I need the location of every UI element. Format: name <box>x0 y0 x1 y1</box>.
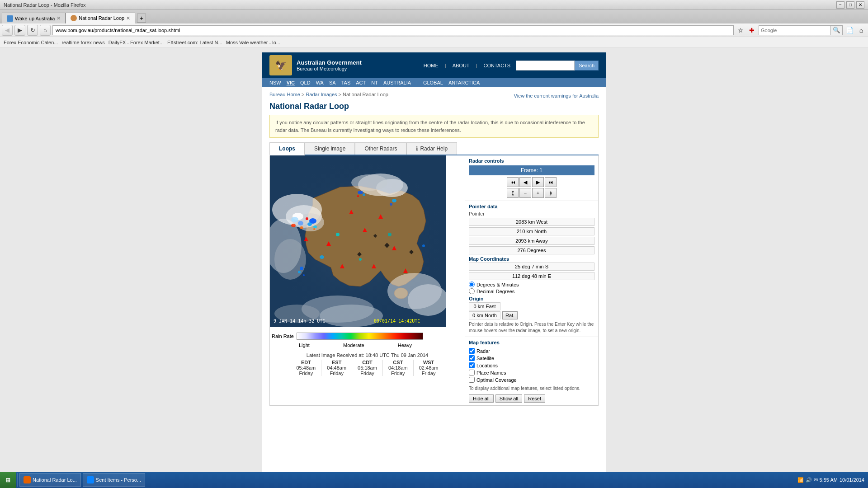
nav-global[interactable]: GLOBAL <box>423 80 443 85</box>
origin-east-row: 0 km East <box>469 302 594 310</box>
maximize-button[interactable]: □ <box>846 1 854 9</box>
svg-point-20 <box>313 228 315 230</box>
forward-button[interactable]: ▶ <box>14 25 25 36</box>
reload-button[interactable]: ↻ <box>27 25 38 36</box>
checkbox-locations-input[interactable] <box>469 362 475 368</box>
tab-wake-up-australia[interactable]: Wake up Australia ✕ <box>2 13 66 23</box>
tz-cdt: CDT 05:18am Friday <box>352 360 383 376</box>
next-frame-button[interactable]: ▶ <box>532 177 544 187</box>
first-frame-button[interactable]: ⏮ <box>507 177 519 187</box>
pointer-field-3: 2093 km Away <box>469 237 594 245</box>
tz-wst: WST 02:48am Friday <box>414 360 444 376</box>
minimize-button[interactable]: − <box>836 1 844 9</box>
nav-nt[interactable]: NT <box>371 80 378 85</box>
bom-search-button[interactable]: Search <box>575 61 599 70</box>
info-icon: ℹ <box>416 145 418 152</box>
google-search-box: 🔍 <box>759 25 843 35</box>
home-button[interactable]: ⌂ <box>40 25 51 36</box>
bookmark-realtime-forex[interactable]: realtime forex news <box>61 40 104 45</box>
reset-button[interactable]: Reset <box>524 394 545 403</box>
svg-point-17 <box>307 222 312 226</box>
radar-controls-section: Radar controls Frame: 1 ⏮ ◀ ▶ ⏭ ⟪ − <box>465 155 598 201</box>
info-box: If you notice any circular patterns or s… <box>269 115 599 138</box>
rain-moderate-label: Moderate <box>343 343 364 348</box>
tab-close-1[interactable]: ✕ <box>57 15 61 21</box>
tab-national-radar-loop[interactable]: National Radar Loop ✕ <box>66 13 135 23</box>
checkbox-satellite-input[interactable] <box>469 355 475 361</box>
address-bar[interactable] <box>52 25 734 35</box>
tab-radar-help[interactable]: ℹ Radar Help <box>406 142 457 155</box>
bom-nav-top: HOME | ABOUT | CONTACTS Search <box>424 61 599 70</box>
radio-decimal-degrees-input[interactable] <box>469 288 475 294</box>
bom-website: 🦅 Australian Government Bureau of Meteor… <box>262 52 606 483</box>
nav-nsw[interactable]: NSW <box>269 80 281 85</box>
google-search-button[interactable]: 🔍 <box>831 25 843 35</box>
zoom-in-button[interactable]: + <box>532 188 544 198</box>
svg-point-45 <box>320 255 324 259</box>
tab-loops[interactable]: Loops <box>269 142 305 155</box>
nav-contacts[interactable]: CONTACTS <box>483 63 510 68</box>
nav-sa[interactable]: SA <box>329 80 336 85</box>
latest-image-info: Latest Image Received at: 18:48 UTC Thu … <box>270 349 465 380</box>
volume-icon: 🔊 <box>806 477 812 483</box>
tab-single-image[interactable]: Single image <box>305 142 355 155</box>
tab-other-radars[interactable]: Other Radars <box>355 142 406 155</box>
map-features-title: Map features <box>469 340 594 345</box>
network-icon: 📶 <box>797 477 804 483</box>
radar-image[interactable]: 9 JAN 14 14h 32 UTC 09/01/14 14:42UTC <box>270 155 446 327</box>
nav-australia[interactable]: AUSTRALIA <box>383 80 411 85</box>
svg-point-50 <box>291 224 296 227</box>
tab-close-2[interactable]: ✕ <box>126 15 130 21</box>
checkbox-radar-input[interactable] <box>469 348 475 354</box>
nav-act[interactable]: ACT <box>356 80 366 85</box>
nav-home[interactable]: HOME <box>424 63 439 68</box>
bookmark-moss-vale[interactable]: Moss Vale weather - lo... <box>226 40 280 45</box>
nav-qld[interactable]: QLD <box>300 80 311 85</box>
google-search-input[interactable] <box>759 25 831 35</box>
nav-tas[interactable]: TAS <box>341 80 351 85</box>
bookmark-dailyfx[interactable]: DailyFX - Forex Market... <box>108 40 164 45</box>
bom-search-input[interactable] <box>516 61 575 70</box>
prev-frame-button[interactable]: ◀ <box>519 177 531 187</box>
checkbox-locations: Locations <box>469 362 594 368</box>
nav-vic[interactable]: VIC <box>287 80 295 85</box>
warnings-link[interactable]: View the current warnings for Australia <box>514 93 599 99</box>
bookmark-fxstreet[interactable]: FXstreet.com: Latest N... <box>167 40 222 45</box>
rain-light-label: Light <box>299 343 310 348</box>
svg-point-28 <box>303 274 305 276</box>
nav-about[interactable]: ABOUT <box>453 63 470 68</box>
nav-antarctica[interactable]: ANTARCTICA <box>448 80 480 85</box>
last-frame-button[interactable]: ⏭ <box>545 177 557 187</box>
new-tab-button[interactable]: + <box>137 14 146 23</box>
bookmark-forex-calendar[interactable]: Forex Economic Calen... <box>4 40 58 45</box>
star-icon[interactable]: ☆ <box>736 25 745 35</box>
radio-degrees-minutes[interactable]: Degrees & Minutes <box>469 282 594 287</box>
page-wrapper: 🦅 Australian Government Bureau of Meteor… <box>0 48 868 488</box>
page-icon[interactable]: 📄 <box>844 25 854 35</box>
taskbar-btn-thunderbird[interactable]: Sent Items - Perso... <box>83 473 145 487</box>
taskbar-btn-firefox[interactable]: National Radar Lo... <box>19 473 81 487</box>
fast-forward-button[interactable]: ⟫ <box>545 188 557 198</box>
breadcrumb-home[interactable]: Bureau Home <box>269 92 300 97</box>
zoom-out-button[interactable]: − <box>519 188 531 198</box>
radio-degrees-minutes-input[interactable] <box>469 282 475 287</box>
windows-logo-icon: ⊞ <box>5 477 10 483</box>
rat-button[interactable]: Rat. <box>502 311 518 319</box>
checkbox-optimal-coverage-input[interactable] <box>469 377 475 383</box>
nav-divider: | <box>416 80 418 85</box>
radio-decimal-degrees[interactable]: Decimal Degrees <box>469 288 594 294</box>
home-icon2[interactable]: ⌂ <box>856 25 866 35</box>
breadcrumb-radar-images[interactable]: Radar Images <box>306 92 337 97</box>
coat-of-arms-icon: 🦅 <box>269 55 292 75</box>
start-button[interactable]: ⊞ <box>0 472 16 488</box>
checkbox-place-names-input[interactable] <box>469 370 475 375</box>
nav-wa[interactable]: WA <box>316 80 324 85</box>
page-title: National Radar Loop <box>269 102 599 111</box>
bookmark-plus-icon[interactable]: ✚ <box>747 25 757 35</box>
close-button[interactable]: ✕ <box>856 1 864 9</box>
map-features-section: Map features Radar Satellite <box>465 337 598 405</box>
back-button[interactable]: ◀ <box>2 25 13 36</box>
hide-all-button[interactable]: Hide all <box>469 394 494 403</box>
rewind-button[interactable]: ⟪ <box>507 188 519 198</box>
show-all-button[interactable]: Show all <box>495 394 523 403</box>
